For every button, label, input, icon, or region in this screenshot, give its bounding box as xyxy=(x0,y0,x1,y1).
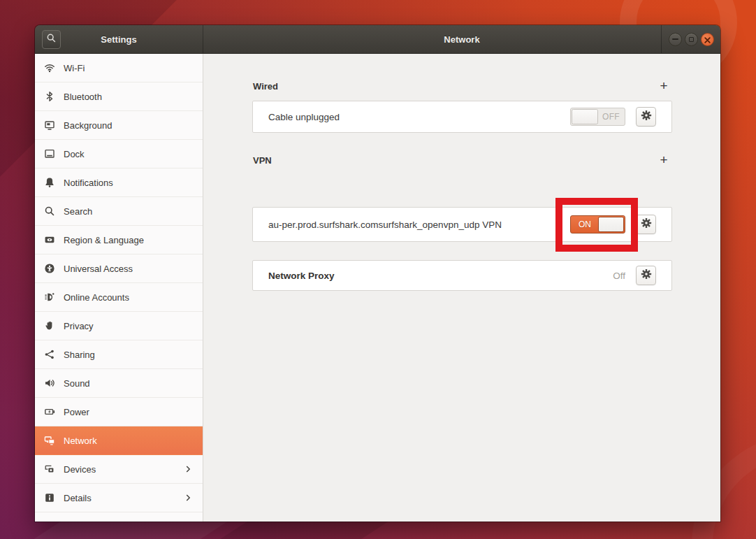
sidebar-item-universal-access[interactable]: Universal Access xyxy=(35,254,203,283)
background-icon xyxy=(44,120,55,131)
online-accounts-icon xyxy=(44,292,55,303)
sidebar-item-label: Background xyxy=(64,120,112,131)
vpn-section-header: VPN + xyxy=(253,153,672,167)
wired-settings-button[interactable] xyxy=(636,107,656,127)
sidebar-item-label: Search xyxy=(64,206,92,217)
sidebar-item-label: Network xyxy=(64,436,97,446)
sidebar-item-label: Devices xyxy=(64,464,96,475)
universal-access-icon xyxy=(44,263,55,274)
network-panel: Wired + Cable unplugged OFF xyxy=(203,54,720,522)
devices-icon xyxy=(44,463,55,475)
vpn-connection-label: au-per.prod.surfshark.comsurfshark_openv… xyxy=(268,220,502,230)
sidebar-item-label: Online Accounts xyxy=(64,292,129,303)
titlebar-sidebar-section: Settings xyxy=(35,25,203,53)
region-language-icon xyxy=(44,234,55,245)
wifi-icon xyxy=(44,62,55,73)
dock-icon xyxy=(44,148,55,159)
minimize-button[interactable] xyxy=(669,33,682,46)
sidebar-item-wifi[interactable]: Wi-Fi xyxy=(35,54,203,82)
sidebar-item-sound[interactable]: Sound xyxy=(35,369,203,398)
wired-section-header: Wired + xyxy=(253,79,672,93)
notifications-icon xyxy=(44,177,55,188)
page-title: Network xyxy=(203,25,720,53)
sidebar-item-online-accounts[interactable]: Online Accounts xyxy=(35,283,203,312)
settings-window: Settings Network xyxy=(35,25,720,522)
gear-icon xyxy=(641,268,652,282)
add-wired-connection-button[interactable]: + xyxy=(658,80,669,92)
network-proxy-label: Network Proxy xyxy=(268,271,335,281)
close-button[interactable] xyxy=(701,33,714,46)
sidebar-item-label: Sound xyxy=(64,378,90,389)
titlebar-separator xyxy=(661,25,662,53)
close-icon xyxy=(704,34,711,46)
maximize-icon xyxy=(689,37,694,42)
vpn-settings-button[interactable] xyxy=(636,215,656,234)
sidebar-item-devices[interactable]: Devices xyxy=(35,455,203,484)
bluetooth-icon xyxy=(44,91,55,102)
network-icon xyxy=(44,435,55,446)
vpn-section-title: VPN xyxy=(253,155,272,166)
switch-knob xyxy=(598,217,624,232)
chevron-right-icon xyxy=(183,493,193,503)
wired-toggle-switch[interactable]: OFF xyxy=(570,108,625,126)
sharing-icon xyxy=(44,349,55,360)
switch-state-label: ON xyxy=(571,216,599,233)
sidebar-item-label: Sharing xyxy=(64,350,95,360)
sidebar-item-power[interactable]: Power xyxy=(35,398,203,426)
vpn-connection-row: au-per.prod.surfshark.comsurfshark_openv… xyxy=(252,207,672,242)
sidebar-item-background[interactable]: Background xyxy=(35,111,203,140)
proxy-status-text: Off xyxy=(613,271,625,281)
sidebar-item-label: Power xyxy=(64,407,89,417)
sidebar-item-label: Notifications xyxy=(64,178,113,188)
search-icon xyxy=(44,206,55,217)
sidebar-item-label: Universal Access xyxy=(64,264,133,274)
power-icon xyxy=(44,406,55,417)
sound-icon xyxy=(44,378,55,389)
sidebar-item-label: Privacy xyxy=(64,321,94,331)
switch-state-label: OFF xyxy=(597,108,625,125)
window-controls xyxy=(661,25,720,53)
sidebar-item-details[interactable]: Details xyxy=(35,484,203,512)
sidebar-item-label: Dock xyxy=(64,149,85,159)
gear-icon xyxy=(641,217,652,231)
wired-section-title: Wired xyxy=(253,81,278,92)
sidebar-item-label: Details xyxy=(64,493,92,503)
maximize-button[interactable] xyxy=(685,33,698,46)
search-icon xyxy=(46,33,57,46)
sidebar-item-network[interactable]: Network xyxy=(35,426,203,455)
sidebar-item-search[interactable]: Search xyxy=(35,197,203,226)
minimize-icon xyxy=(672,38,678,40)
titlebar: Settings Network xyxy=(35,25,720,54)
sidebar-item-label: Wi-Fi xyxy=(64,63,85,73)
sidebar: Wi-Fi Bluetooth Background xyxy=(35,54,203,522)
sidebar-item-label: Region & Language xyxy=(64,235,144,245)
search-button[interactable] xyxy=(42,30,61,49)
switch-knob xyxy=(572,109,598,124)
details-icon xyxy=(44,492,55,503)
vpn-toggle-switch[interactable]: ON xyxy=(570,215,625,233)
network-proxy-row: Network Proxy Off xyxy=(252,260,672,291)
sidebar-item-region-language[interactable]: Region & Language xyxy=(35,226,203,254)
sidebar-item-sharing[interactable]: Sharing xyxy=(35,340,203,369)
sidebar-item-dock[interactable]: Dock xyxy=(35,140,203,168)
privacy-icon xyxy=(44,320,55,331)
wired-connection-label: Cable unplugged xyxy=(268,112,340,122)
sidebar-item-privacy[interactable]: Privacy xyxy=(35,312,203,340)
sidebar-item-notifications[interactable]: Notifications xyxy=(35,168,203,197)
sidebar-item-bluetooth[interactable]: Bluetooth xyxy=(35,82,203,111)
add-vpn-connection-button[interactable]: + xyxy=(658,154,669,166)
titlebar-main-section: Network xyxy=(203,25,720,53)
proxy-settings-button[interactable] xyxy=(636,266,656,285)
wired-connection-row: Cable unplugged OFF xyxy=(252,101,672,133)
gear-icon xyxy=(641,110,652,124)
chevron-right-icon xyxy=(183,464,193,474)
window-body: Wi-Fi Bluetooth Background xyxy=(35,54,720,522)
sidebar-item-label: Bluetooth xyxy=(64,92,102,102)
